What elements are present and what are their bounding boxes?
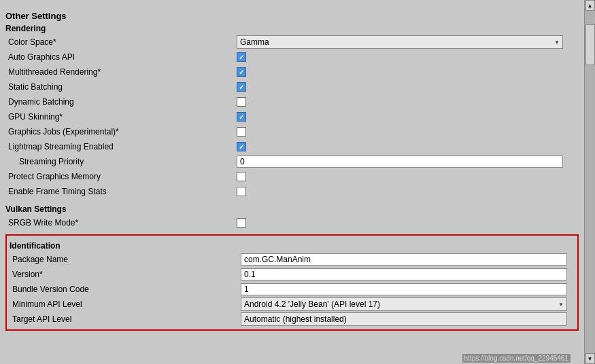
lightmap-streaming-value bbox=[237, 142, 579, 151]
multithreaded-rendering-checkbox[interactable] bbox=[237, 67, 246, 77]
enable-frame-timing-row: Enable Frame Timing Stats bbox=[5, 184, 579, 199]
color-space-dropdown-arrow: ▼ bbox=[554, 39, 560, 46]
color-space-dropdown-text: Gamma bbox=[240, 37, 269, 47]
watermark: https://blog.csdn.net/qq_22945461 bbox=[462, 354, 571, 363]
graphics-jobs-row: Graphics Jobs (Experimental)* bbox=[5, 124, 579, 139]
version-row: Version* 0.1 bbox=[10, 267, 575, 282]
streaming-priority-row: Streaming Priority 0 bbox=[5, 154, 579, 169]
static-batching-row: Static Batching bbox=[5, 79, 579, 94]
minimum-api-level-dropdown-arrow: ▼ bbox=[558, 302, 564, 308]
dynamic-batching-row: Dynamic Batching bbox=[5, 94, 579, 109]
multithreaded-rendering-row: Multithreaded Rendering* bbox=[5, 65, 579, 79]
color-space-row: Color Space* Gamma ▼ bbox=[5, 35, 579, 50]
dynamic-batching-label: Dynamic Batching bbox=[5, 97, 237, 107]
scrollbar-up-button[interactable]: ▲ bbox=[585, 0, 595, 11]
static-batching-label: Static Batching bbox=[5, 82, 237, 92]
srgb-write-mode-label: SRGB Write Mode* bbox=[5, 218, 237, 228]
srgb-write-mode-value bbox=[237, 218, 579, 228]
enable-frame-timing-label: Enable Frame Timing Stats bbox=[5, 187, 237, 196]
color-space-dropdown[interactable]: Gamma ▼ bbox=[237, 35, 563, 49]
scrollbar: ▲ ▼ bbox=[584, 0, 595, 364]
package-name-row: Package Name com.GC.ManAnim bbox=[10, 252, 575, 267]
version-label: Version* bbox=[10, 270, 241, 279]
minimum-api-level-row: Minimum API Level Android 4.2 'Jelly Bea… bbox=[10, 297, 575, 312]
bundle-version-code-input[interactable]: 1 bbox=[241, 283, 567, 295]
bundle-version-code-value: 1 bbox=[241, 283, 575, 295]
target-api-level-value: Automatic (highest installed) bbox=[241, 312, 575, 326]
protect-graphics-memory-value bbox=[237, 172, 579, 181]
version-input[interactable]: 0.1 bbox=[241, 268, 567, 280]
auto-graphics-api-label: Auto Graphics API bbox=[5, 52, 237, 62]
target-api-level-row: Target API Level Automatic (highest inst… bbox=[10, 312, 575, 327]
target-api-level-dropdown-text: Automatic (highest installed) bbox=[244, 314, 347, 324]
streaming-priority-label: Streaming Priority bbox=[5, 157, 237, 166]
dynamic-batching-value bbox=[237, 97, 579, 107]
color-space-value: Gamma ▼ bbox=[237, 35, 579, 49]
auto-graphics-api-checkbox[interactable] bbox=[237, 52, 246, 62]
auto-graphics-api-row: Auto Graphics API bbox=[5, 50, 579, 65]
gpu-skinning-label: GPU Skinning* bbox=[5, 112, 237, 122]
auto-graphics-api-value bbox=[237, 52, 579, 62]
dynamic-batching-checkbox[interactable] bbox=[237, 97, 246, 107]
scrollbar-down-button[interactable]: ▼ bbox=[585, 353, 595, 364]
settings-panel: Other Settings Rendering Color Space* Ga… bbox=[0, 0, 584, 364]
lightmap-streaming-row: Lightmap Streaming Enabled bbox=[5, 139, 579, 154]
streaming-priority-value: 0 bbox=[237, 156, 579, 168]
minimum-api-level-value: Android 4.2 'Jelly Bean' (API level 17) … bbox=[241, 297, 575, 311]
graphics-jobs-label: Graphics Jobs (Experimental)* bbox=[5, 127, 237, 136]
identification-section: Identification Package Name com.GC.ManAn… bbox=[5, 234, 579, 331]
enable-frame-timing-checkbox[interactable] bbox=[237, 187, 246, 196]
static-batching-value bbox=[237, 82, 579, 92]
minimum-api-level-label: Minimum API Level bbox=[10, 299, 241, 309]
package-name-label: Package Name bbox=[10, 255, 241, 264]
color-space-label: Color Space* bbox=[5, 37, 237, 47]
lightmap-streaming-checkbox[interactable] bbox=[237, 142, 246, 151]
multithreaded-rendering-value bbox=[237, 67, 579, 77]
bundle-version-code-label: Bundle Version Code bbox=[10, 285, 241, 294]
lightmap-streaming-label: Lightmap Streaming Enabled bbox=[5, 142, 237, 151]
vulkan-settings-title: Vulkan Settings bbox=[5, 204, 579, 214]
minimum-api-level-dropdown[interactable]: Android 4.2 'Jelly Bean' (API level 17) … bbox=[241, 297, 567, 311]
gpu-skinning-row: GPU Skinning* bbox=[5, 109, 579, 124]
srgb-write-mode-row: SRGB Write Mode* bbox=[5, 215, 579, 230]
protect-graphics-memory-label: Protect Graphics Memory bbox=[5, 172, 237, 181]
package-name-value: com.GC.ManAnim bbox=[241, 253, 575, 266]
protect-graphics-memory-row: Protect Graphics Memory bbox=[5, 169, 579, 184]
target-api-level-label: Target API Level bbox=[10, 314, 241, 324]
identification-title: Identification bbox=[10, 241, 575, 251]
package-name-input[interactable]: com.GC.ManAnim bbox=[241, 253, 567, 266]
bundle-version-code-row: Bundle Version Code 1 bbox=[10, 282, 575, 297]
scrollbar-thumb[interactable] bbox=[585, 24, 595, 65]
gpu-skinning-checkbox[interactable] bbox=[237, 112, 246, 122]
graphics-jobs-value bbox=[237, 127, 579, 136]
version-value: 0.1 bbox=[241, 268, 575, 280]
target-api-level-dropdown[interactable]: Automatic (highest installed) bbox=[241, 312, 567, 326]
srgb-write-mode-checkbox[interactable] bbox=[237, 218, 246, 228]
minimum-api-level-dropdown-text: Android 4.2 'Jelly Bean' (API level 17) bbox=[244, 299, 380, 309]
other-settings-title: Other Settings bbox=[5, 11, 579, 21]
enable-frame-timing-value bbox=[237, 187, 579, 196]
multithreaded-rendering-label: Multithreaded Rendering* bbox=[5, 67, 237, 77]
protect-graphics-memory-checkbox[interactable] bbox=[237, 172, 246, 181]
graphics-jobs-checkbox[interactable] bbox=[237, 127, 246, 136]
streaming-priority-input[interactable]: 0 bbox=[237, 156, 563, 168]
static-batching-checkbox[interactable] bbox=[237, 82, 246, 92]
rendering-title: Rendering bbox=[5, 24, 579, 33]
gpu-skinning-value bbox=[237, 112, 579, 122]
